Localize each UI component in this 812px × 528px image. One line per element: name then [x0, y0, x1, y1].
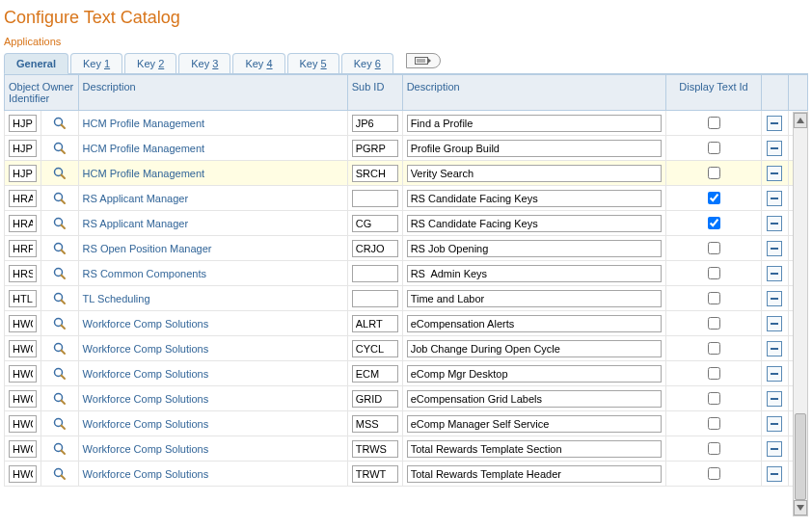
display-text-checkbox[interactable]	[708, 242, 720, 254]
delete-row-icon[interactable]	[767, 116, 782, 131]
description-input[interactable]	[407, 290, 663, 307]
display-text-checkbox[interactable]	[708, 117, 720, 129]
subid-input[interactable]	[352, 290, 398, 307]
show-all-tabs-icon[interactable]	[406, 53, 441, 68]
lookup-icon[interactable]	[53, 317, 67, 330]
delete-row-icon[interactable]	[767, 391, 782, 407]
lookup-icon[interactable]	[53, 342, 67, 356]
subid-input[interactable]	[352, 440, 398, 458]
tab-general[interactable]: General	[4, 53, 68, 74]
delete-row-icon[interactable]	[767, 316, 782, 331]
subid-input[interactable]	[352, 240, 398, 257]
scroll-track[interactable]	[794, 128, 807, 500]
scroll-thumb[interactable]	[795, 413, 806, 500]
display-text-checkbox[interactable]	[708, 392, 720, 405]
tab-key-2[interactable]: Key 2	[124, 53, 176, 73]
owner-input[interactable]	[9, 265, 37, 282]
owner-input[interactable]	[9, 115, 37, 132]
lookup-icon[interactable]	[53, 167, 67, 180]
scroll-down-button[interactable]	[794, 500, 807, 515]
subid-input[interactable]	[352, 165, 398, 182]
description-input[interactable]	[407, 190, 663, 207]
owner-input[interactable]	[9, 465, 37, 483]
delete-row-icon[interactable]	[767, 141, 782, 156]
display-text-checkbox[interactable]	[708, 167, 720, 179]
owner-input[interactable]	[9, 165, 37, 182]
delete-row-icon[interactable]	[767, 441, 782, 457]
subid-input[interactable]	[352, 215, 398, 232]
description-input[interactable]	[407, 340, 663, 357]
delete-row-icon[interactable]	[767, 416, 782, 432]
delete-row-icon[interactable]	[767, 191, 782, 206]
description-input[interactable]	[407, 315, 663, 332]
scroll-up-button[interactable]	[794, 113, 807, 128]
lookup-icon[interactable]	[53, 117, 67, 130]
lookup-icon[interactable]	[53, 292, 67, 305]
lookup-icon[interactable]	[53, 367, 67, 381]
tab-key-6[interactable]: Key 6	[341, 53, 393, 73]
display-text-checkbox[interactable]	[708, 467, 720, 480]
owner-input[interactable]	[9, 415, 37, 433]
owner-input[interactable]	[9, 440, 37, 458]
display-text-checkbox[interactable]	[708, 417, 720, 430]
col-header-display[interactable]: Display Text Id	[666, 75, 762, 111]
display-text-checkbox[interactable]	[708, 267, 720, 279]
description-input[interactable]	[407, 165, 663, 182]
description-input[interactable]	[407, 140, 663, 157]
tab-key-5[interactable]: Key 5	[287, 53, 339, 73]
owner-input[interactable]	[9, 340, 37, 357]
delete-row-icon[interactable]	[767, 266, 782, 281]
subid-input[interactable]	[352, 140, 398, 157]
subid-input[interactable]	[352, 390, 398, 408]
lookup-icon[interactable]	[53, 417, 67, 431]
lookup-icon[interactable]	[53, 192, 67, 205]
col-header-desc2[interactable]: Description	[402, 75, 666, 111]
delete-row-icon[interactable]	[767, 291, 782, 306]
lookup-icon[interactable]	[53, 217, 67, 230]
subid-input[interactable]	[352, 365, 398, 383]
col-header-owner[interactable]: Object Owner Identifier	[5, 75, 79, 111]
display-text-checkbox[interactable]	[708, 217, 720, 229]
owner-input[interactable]	[9, 140, 37, 157]
display-text-checkbox[interactable]	[708, 442, 720, 455]
delete-row-icon[interactable]	[767, 241, 782, 256]
description-input[interactable]	[407, 365, 663, 383]
owner-input[interactable]	[9, 290, 37, 307]
description-input[interactable]	[407, 440, 663, 458]
lookup-icon[interactable]	[53, 442, 67, 456]
owner-input[interactable]	[9, 390, 37, 408]
lookup-icon[interactable]	[53, 142, 67, 155]
description-input[interactable]	[407, 115, 663, 132]
display-text-checkbox[interactable]	[708, 192, 720, 204]
lookup-icon[interactable]	[53, 267, 67, 280]
subid-input[interactable]	[352, 115, 398, 132]
display-text-checkbox[interactable]	[708, 292, 720, 304]
description-input[interactable]	[407, 265, 663, 282]
tab-key-1[interactable]: Key 1	[70, 53, 122, 73]
delete-row-icon[interactable]	[767, 216, 782, 231]
description-input[interactable]	[407, 415, 663, 433]
tab-key-4[interactable]: Key 4	[232, 53, 284, 73]
subid-input[interactable]	[352, 190, 398, 207]
display-text-checkbox[interactable]	[708, 317, 720, 330]
owner-input[interactable]	[9, 240, 37, 257]
display-text-checkbox[interactable]	[708, 342, 720, 355]
delete-row-icon[interactable]	[767, 366, 782, 382]
subid-input[interactable]	[352, 340, 398, 357]
col-header-desc1[interactable]: Description	[78, 75, 347, 111]
lookup-icon[interactable]	[53, 392, 67, 406]
delete-row-icon[interactable]	[767, 466, 782, 482]
owner-input[interactable]	[9, 215, 37, 232]
tab-key-3[interactable]: Key 3	[178, 53, 230, 73]
subid-input[interactable]	[352, 315, 398, 332]
description-input[interactable]	[407, 240, 663, 257]
owner-input[interactable]	[9, 365, 37, 383]
display-text-checkbox[interactable]	[708, 142, 720, 154]
owner-input[interactable]	[9, 190, 37, 207]
delete-row-icon[interactable]	[767, 341, 782, 356]
description-input[interactable]	[407, 465, 663, 483]
owner-input[interactable]	[9, 315, 37, 332]
display-text-checkbox[interactable]	[708, 367, 720, 380]
subid-input[interactable]	[352, 265, 398, 282]
col-header-subid[interactable]: Sub ID	[347, 75, 402, 111]
